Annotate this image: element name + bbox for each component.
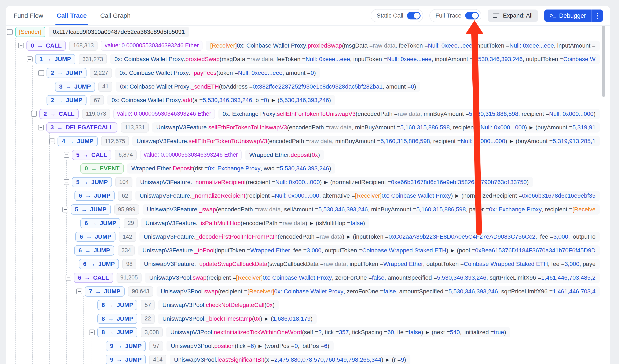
- debugger-button[interactable]: >_ Debugger: [544, 10, 591, 22]
- collapse-toggle-icon[interactable]: [89, 330, 95, 335]
- trace-row: 9 → JUMP 57 UniswapV3Pool.position (tick…: [6, 339, 600, 353]
- call-type-badge[interactable]: 8 → JUMP: [97, 314, 137, 324]
- tab-fund-flow[interactable]: Fund Flow: [14, 6, 43, 25]
- call-type-badge[interactable]: 6 → JUMP: [79, 259, 119, 269]
- collapse-toggle-icon[interactable]: [7, 29, 13, 35]
- signature-segment: , lte =: [394, 329, 409, 336]
- collapse-toggle-icon[interactable]: [38, 125, 44, 130]
- call-type-badge[interactable]: 0 → CALL: [27, 40, 66, 51]
- tab-call-trace[interactable]: Call Trace: [57, 6, 87, 25]
- call-signature[interactable]: Wrapped Ether.deposit (0x): [245, 150, 324, 160]
- badge-kind-label: JUMP: [94, 247, 110, 254]
- call-signature[interactable]: 0x: Coinbase Wallet Proxy.add (a = 5,530…: [107, 95, 335, 105]
- call-signature[interactable]: UniswapV3Pool.swap (recipient = [Receive…: [156, 286, 600, 297]
- signature-segment: proxiedSwap: [308, 42, 342, 49]
- call-type-badge[interactable]: 6 → JUMP: [75, 232, 115, 242]
- call-signature[interactable]: UniswapV3Feature._toPool (inputToken = W…: [138, 245, 600, 256]
- collapse-toggle-icon[interactable]: [38, 70, 44, 76]
- sender-address[interactable]: 0x117fcacd9f0310a09487de52ea363e89d5fb50…: [49, 27, 189, 37]
- call-signature[interactable]: UniswapV3Pool.swap (recipient = [Receive…: [145, 273, 600, 283]
- badge-depth-number: 5: [76, 179, 80, 186]
- call-type-badge[interactable]: 0 → EVENT: [80, 163, 124, 174]
- result-arrow-icon: ▶: [310, 221, 313, 226]
- full-trace-toggle-group: Full Trace: [429, 9, 481, 22]
- collapse-toggle-icon[interactable]: [18, 43, 24, 48]
- call-signature[interactable]: UniswapV3Pool.nextInitializedTickWithinO…: [166, 327, 510, 337]
- vertical-scrollbar-thumb[interactable]: [602, 26, 605, 97]
- call-type-badge[interactable]: 6 → JUMP: [74, 245, 114, 256]
- call-type-badge[interactable]: 6 → JUMP: [80, 218, 120, 228]
- call-type-badge[interactable]: 4 → JUMP: [57, 136, 98, 146]
- signature-segment: 6: [324, 343, 327, 350]
- collapse-toggle-icon[interactable]: [27, 56, 33, 62]
- call-signature[interactable]: UniswapV3Pool.position (tick = 6)▶(wordP…: [167, 341, 333, 351]
- signature-segment: (r =: [392, 356, 401, 363]
- call-type-badge[interactable]: 5 → CALL: [72, 150, 111, 160]
- badge-depth-number: 6: [84, 220, 88, 227]
- call-type-badge[interactable]: 2 → CALL: [39, 109, 79, 119]
- call-type-badge[interactable]: 5 → JUMP: [71, 204, 111, 215]
- call-signature[interactable]: UniswapV3Feature._updateSwapCallbackData…: [140, 259, 600, 269]
- collapse-toggle-icon[interactable]: [66, 275, 71, 281]
- call-signature[interactable]: UniswapV3Feature.sellEthForTokenToUniswa…: [152, 122, 600, 133]
- more-menu-button[interactable]: ⋮: [592, 10, 603, 22]
- expand-all-button[interactable]: Expand: All: [488, 10, 538, 22]
- tab-call-graph[interactable]: Call Graph: [100, 6, 130, 25]
- call-signature[interactable]: [Receiver] 0x: Coinbase Wallet Proxy.pro…: [206, 40, 600, 51]
- call-type-badge[interactable]: 7 → JUMP: [84, 286, 125, 297]
- collapse-toggle-icon[interactable]: [64, 179, 69, 185]
- badge-kind-label: JUMP: [125, 343, 142, 350]
- badge-depth-number: 8: [101, 329, 105, 336]
- call-type-badge[interactable]: 3 → JUMP: [55, 81, 95, 92]
- signature-segment: (isMultiHop =: [316, 220, 351, 227]
- signature-segment: 3,000: [553, 233, 568, 240]
- call-signature[interactable]: UniswapV3Feature._decodeFirstPoolInfoFro…: [140, 232, 600, 242]
- call-type-badge[interactable]: 6 → CALL: [74, 273, 113, 283]
- call-signature[interactable]: UniswapV3Feature._normalizeRecipient (re…: [135, 191, 600, 201]
- call-signature[interactable]: UniswapV3Pool._blockTimestamp (0x)▶(1,68…: [158, 314, 317, 324]
- collapse-toggle-icon[interactable]: [64, 152, 69, 158]
- full-trace-toggle[interactable]: [465, 12, 479, 19]
- call-signature[interactable]: Wrapped Ether.Deposit (dst = 0x: Exchang…: [127, 163, 335, 174]
- collapse-toggle-icon[interactable]: [31, 111, 37, 117]
- call-type-badge[interactable]: 2 → JUMP: [46, 95, 86, 105]
- signature-segment: , outputToken =: [322, 247, 362, 254]
- collapse-toggle-icon[interactable]: [62, 207, 68, 213]
- call-type-badge[interactable]: 6 → JUMP: [74, 191, 114, 201]
- collapse-toggle-icon[interactable]: [49, 138, 55, 144]
- badge-depth-number: 6: [83, 261, 86, 267]
- signature-segment: .: [181, 97, 183, 104]
- call-type-badge[interactable]: 9 → JUMP: [106, 341, 146, 351]
- signature-segment: UniswapV3Feature: [137, 138, 187, 145]
- call-signature[interactable]: UniswapV3Pool.leastSignificantBit (x = 2…: [170, 355, 410, 364]
- signature-segment: (inputToken =: [353, 233, 389, 240]
- call-signature[interactable]: UniswapV3Feature._normalizeRecipient (re…: [136, 177, 533, 187]
- call-type-badge[interactable]: 5 → JUMP: [72, 177, 112, 187]
- signature-segment: .: [189, 83, 191, 90]
- call-signature[interactable]: UniswapV3Pool.checkNotDelegateCall (0x): [158, 300, 279, 310]
- call-type-badge[interactable]: 1 → JUMP: [35, 54, 75, 64]
- badge-kind-label: JUMP: [95, 233, 111, 240]
- signature-segment: Wrapped Ether: [249, 151, 289, 158]
- call-signature[interactable]: 0x: Coinbase Wallet Proxy.proxiedSwap (m…: [110, 54, 600, 64]
- call-signature[interactable]: 0x: Coinbase Wallet Proxy._sendETH (toAd…: [116, 81, 420, 92]
- call-signature[interactable]: 0x: Coinbase Wallet Proxy._payFees (toke…: [115, 68, 320, 78]
- call-type-badge[interactable]: 3 → DELEGATECALL: [46, 122, 118, 133]
- static-call-toggle[interactable]: [407, 12, 421, 19]
- signature-segment: leastSignificantBit: [217, 356, 264, 363]
- badge-kind-label: CALL: [46, 42, 62, 49]
- call-signature[interactable]: UniswapV3Feature._swap (encodedPath = ra…: [142, 204, 600, 215]
- call-type-badge[interactable]: 8 → JUMP: [97, 300, 137, 310]
- call-type-badge[interactable]: 8 → JUMP: [97, 327, 137, 337]
- badge-depth-number: 2: [43, 110, 47, 117]
- signature-segment: , inputToken =: [350, 56, 387, 63]
- collapse-toggle-icon[interactable]: [76, 289, 82, 294]
- call-signature[interactable]: UniswapV3Feature.sellEthForTokenToUniswa…: [132, 136, 600, 146]
- call-signature[interactable]: 0x: Exchange Proxy.sellEthForTokenToUnis…: [218, 109, 600, 119]
- call-type-badge[interactable]: 2 → JUMP: [46, 68, 86, 78]
- tab-bar: Fund Flow Call Trace Call Graph: [6, 6, 130, 25]
- trace-row: 0 → EVENT Wrapped Ether.Deposit (dst = 0…: [6, 162, 600, 175]
- signature-segment: 5,530,346,393,246: [473, 56, 523, 63]
- call-signature[interactable]: UniswapV3Feature._isPathMultiHop (encode…: [141, 218, 369, 228]
- call-type-badge[interactable]: 9 → JUMP: [106, 355, 146, 364]
